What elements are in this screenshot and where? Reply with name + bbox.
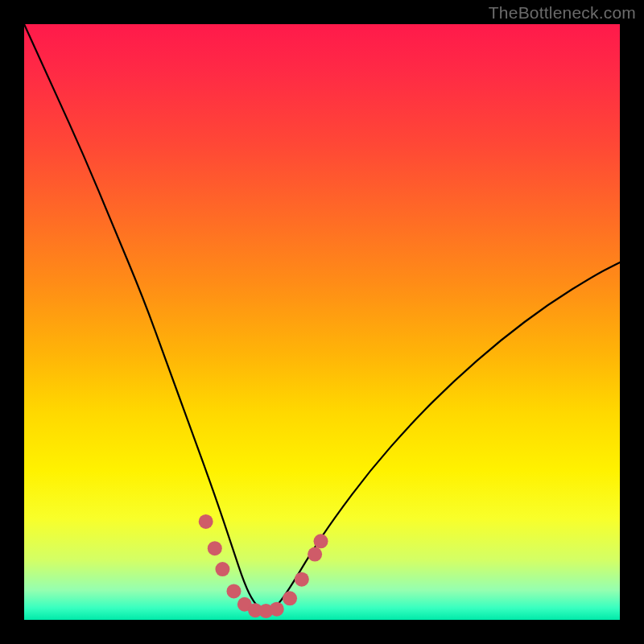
plot-area [24,24,620,620]
curve-marker [208,541,222,555]
curve-marker [215,562,229,576]
bottleneck-curve [24,24,620,611]
curve-marker [283,591,297,605]
curve-marker [199,514,213,529]
curve-marker [270,602,284,617]
curve-marker [295,572,309,587]
watermark-text: TheBottleneck.com [489,3,636,23]
curve-marker [314,534,328,548]
curve-marker [308,547,322,562]
chart-stage: TheBottleneck.com [0,0,644,644]
chart-svg [24,24,620,620]
curve-marker [226,584,241,598]
marker-group [199,514,328,618]
